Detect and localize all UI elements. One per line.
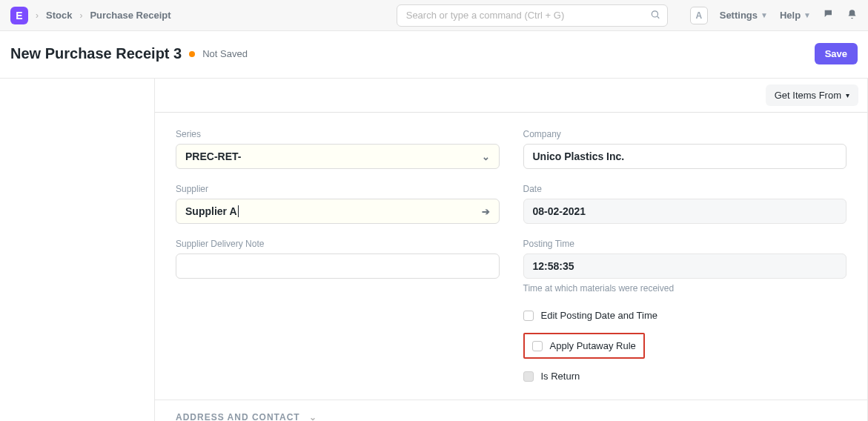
supplier-field: Supplier Supplier A ➔: [176, 184, 500, 224]
breadcrumb-stock[interactable]: Stock: [46, 10, 72, 21]
awesomebar: [397, 4, 668, 27]
search-input[interactable]: [397, 4, 668, 27]
form-body: Series PREC-RET- ⌄ Supplier Supplier A ➔…: [155, 113, 867, 400]
date-readonly: 08-02-2021: [523, 199, 847, 224]
series-label: Series: [176, 129, 500, 139]
chat-icon[interactable]: [823, 8, 835, 22]
svg-point-0: [652, 10, 657, 16]
is-return-label: Is Return: [541, 371, 580, 382]
section-title: ADDRESS AND CONTACT: [176, 412, 300, 421]
search-icon: [650, 9, 660, 21]
checkbox-icon[interactable]: [532, 341, 543, 351]
navbar: E › Stock › Purchase Receipt A Settings …: [0, 0, 868, 31]
left-column: Series PREC-RET- ⌄ Supplier Supplier A ➔…: [176, 129, 500, 400]
left-gutter: [0, 79, 154, 421]
form-canvas: Get Items From ▾ Series PREC-RET- ⌄ Supp…: [0, 79, 868, 421]
help-label: Help: [780, 10, 801, 21]
chevron-down-icon: ⌄: [482, 151, 490, 162]
supplier-label: Supplier: [176, 184, 500, 194]
is-return-checkbox-row[interactable]: Is Return: [523, 371, 847, 382]
settings-menu[interactable]: Settings ▼: [720, 10, 768, 21]
bell-icon[interactable]: [847, 9, 858, 22]
posting-time-field: Posting Time 12:58:35 Time at which mate…: [523, 239, 847, 294]
svg-line-1: [657, 16, 659, 19]
delivery-note-input[interactable]: [176, 253, 500, 279]
delivery-note-text[interactable]: [185, 254, 490, 278]
series-value: PREC-RET-: [185, 150, 241, 162]
series-select[interactable]: PREC-RET- ⌄: [176, 144, 500, 169]
apply-putaway-checkbox-row[interactable]: Apply Putaway Rule: [532, 340, 636, 351]
text-cursor: [238, 205, 239, 217]
posting-time-value: 12:58:35: [533, 260, 574, 272]
company-label: Company: [523, 129, 847, 139]
chevron-right-icon: ›: [36, 10, 39, 21]
company-field: Company Unico Plastics Inc.: [523, 129, 847, 169]
section-address-contact[interactable]: ADDRESS AND CONTACT ⌄: [155, 400, 867, 421]
apply-putaway-highlight: Apply Putaway Rule: [523, 333, 645, 359]
status-text: Not Saved: [202, 48, 248, 59]
date-value: 08-02-2021: [533, 205, 586, 217]
status-indicator-dot: [189, 51, 195, 57]
date-label: Date: [523, 184, 847, 194]
delivery-note-label: Supplier Delivery Note: [176, 239, 500, 249]
page-title: New Purchase Receipt 3: [10, 45, 182, 62]
posting-time-label: Posting Time: [523, 239, 847, 249]
navbar-right: A Settings ▼ Help ▼: [690, 7, 858, 24]
app-logo-initial: E: [16, 10, 22, 21]
checkbox-icon[interactable]: [523, 371, 534, 382]
posting-time-help: Time at which materials were received: [523, 283, 847, 294]
form-toolbar: Get Items From ▾: [155, 79, 867, 113]
app-logo[interactable]: E: [10, 7, 28, 24]
delivery-note-field: Supplier Delivery Note: [176, 239, 500, 279]
get-items-from-label: Get Items From: [775, 90, 841, 101]
user-avatar[interactable]: A: [690, 7, 708, 24]
user-initial: A: [695, 10, 702, 21]
edit-posting-label: Edit Posting Date and Time: [541, 310, 658, 321]
supplier-link-input[interactable]: Supplier A ➔: [176, 199, 500, 224]
get-items-from-dropdown[interactable]: Get Items From ▾: [766, 84, 858, 106]
edit-posting-checkbox-row[interactable]: Edit Posting Date and Time: [523, 310, 847, 321]
supplier-value: Supplier A: [185, 205, 237, 217]
company-value: Unico Plastics Inc.: [533, 150, 625, 162]
apply-putaway-label: Apply Putaway Rule: [550, 340, 636, 351]
chevron-right-icon: ›: [79, 10, 82, 21]
date-field: Date 08-02-2021: [523, 184, 847, 224]
chevron-down-icon: ▼: [761, 11, 768, 19]
caret-down-icon: ▾: [846, 91, 849, 99]
right-column: Company Unico Plastics Inc. Date 08-02-2…: [523, 129, 847, 400]
save-button[interactable]: Save: [815, 43, 858, 64]
arrow-right-icon[interactable]: ➔: [482, 206, 490, 217]
chevron-down-icon: ▼: [804, 11, 811, 19]
help-menu[interactable]: Help ▼: [780, 10, 811, 21]
chevron-down-icon: ⌄: [309, 412, 317, 421]
company-link-input[interactable]: Unico Plastics Inc.: [523, 144, 847, 169]
checkbox-icon[interactable]: [523, 311, 534, 321]
series-field: Series PREC-RET- ⌄: [176, 129, 500, 169]
page-header: New Purchase Receipt 3 Not Saved Save: [0, 31, 868, 79]
settings-label: Settings: [720, 10, 758, 21]
breadcrumb-purchase-receipt[interactable]: Purchase Receipt: [90, 10, 170, 21]
posting-time-readonly: 12:58:35: [523, 253, 847, 279]
form-card: Get Items From ▾ Series PREC-RET- ⌄ Supp…: [154, 79, 868, 421]
